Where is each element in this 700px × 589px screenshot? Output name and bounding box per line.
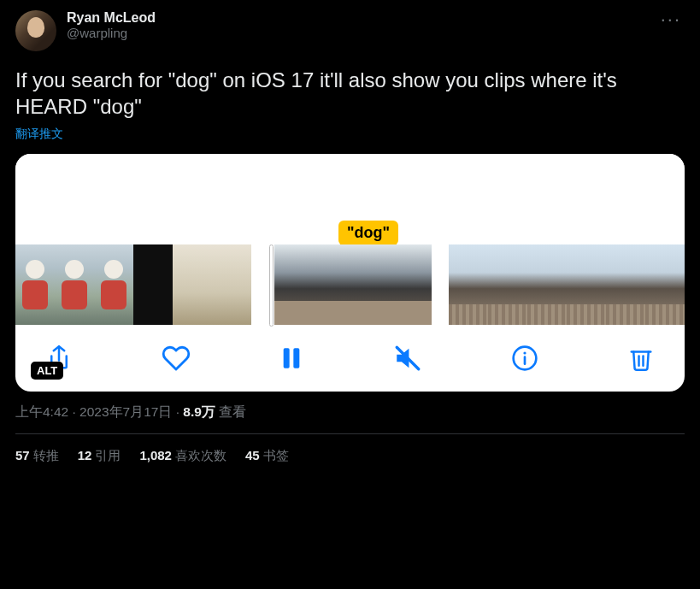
translate-link[interactable]: 翻译推文: [15, 127, 63, 142]
media-card[interactable]: "dog": [15, 154, 685, 392]
video-frame: [133, 244, 173, 325]
bookmarks-stat[interactable]: 45书签: [245, 448, 289, 464]
retweets-stat[interactable]: 57转推: [15, 448, 59, 464]
search-term-badge: "dog": [338, 221, 398, 245]
video-frame: [645, 244, 685, 325]
display-name: Ryan McLeod: [67, 10, 156, 26]
likes-stat[interactable]: 1,082喜欢次数: [139, 448, 226, 464]
video-frame: [173, 244, 212, 325]
views-label: 查看: [215, 404, 246, 419]
media-whitespace: "dog": [15, 154, 685, 244]
video-frame: [567, 244, 606, 325]
stats-row: 57转推 12引用 1,082喜欢次数 45书签: [15, 434, 685, 478]
video-frame: [527, 244, 567, 325]
video-frame: [449, 244, 488, 325]
video-frame: [212, 244, 251, 325]
video-filmstrip[interactable]: [15, 244, 685, 327]
svg-point-5: [524, 352, 526, 355]
clip-group-2: [268, 244, 432, 327]
quotes-stat[interactable]: 12引用: [78, 448, 121, 464]
video-frame: [488, 244, 527, 325]
mute-icon[interactable]: [393, 344, 422, 373]
playhead[interactable]: [269, 244, 274, 327]
svg-rect-0: [284, 349, 290, 368]
video-frame: [55, 244, 94, 325]
tweet-container: Ryan McLeod @warpling ··· If you search …: [0, 0, 700, 478]
tweet-time[interactable]: 上午4:42: [15, 404, 68, 419]
video-frame: [94, 244, 133, 325]
video-frame: [353, 244, 392, 325]
svg-rect-1: [294, 349, 300, 368]
video-frame: [606, 244, 645, 325]
avatar[interactable]: [15, 10, 56, 51]
trash-icon[interactable]: [628, 344, 654, 373]
media-controls: [15, 327, 685, 392]
alt-badge[interactable]: ALT: [31, 362, 63, 380]
video-frame: [314, 244, 353, 325]
tweet-header: Ryan McLeod @warpling ···: [15, 10, 685, 51]
tweet-text: If you search for "dog" on iOS 17 it'll …: [15, 67, 685, 120]
tweet-date[interactable]: 2023年7月17日: [79, 404, 172, 419]
tweet-meta: 上午4:42 · 2023年7月17日 · 8.9万 查看: [15, 403, 685, 421]
handle: @warpling: [67, 26, 156, 40]
views-count: 8.9万: [183, 404, 215, 419]
info-icon[interactable]: [511, 345, 538, 372]
clip-group-1: [15, 244, 251, 327]
more-icon[interactable]: ···: [657, 10, 685, 29]
video-frame: [274, 244, 314, 325]
video-frame: [15, 244, 55, 325]
heart-icon[interactable]: [162, 344, 191, 373]
clip-group-3: [449, 244, 685, 327]
pause-icon[interactable]: [279, 345, 303, 372]
author-block[interactable]: Ryan McLeod @warpling: [67, 10, 156, 40]
video-frame: [392, 244, 432, 325]
